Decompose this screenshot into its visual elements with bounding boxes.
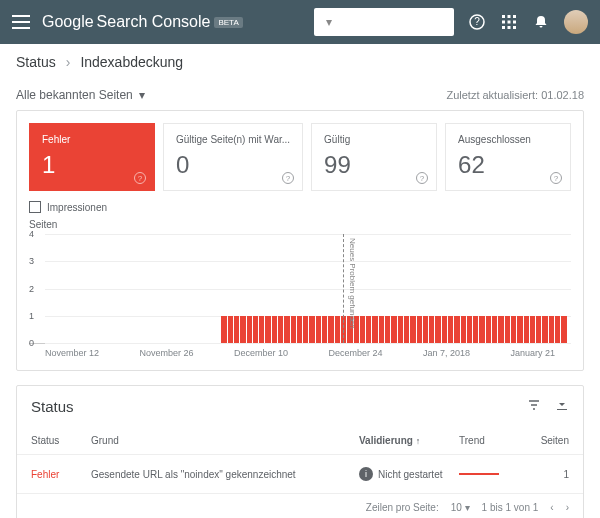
chart-bar <box>555 316 560 343</box>
metrics-row: Fehler1?Gültige Seite(n) mit War...0?Gül… <box>29 123 571 191</box>
chart-bar <box>259 316 264 343</box>
metric-value: 0 <box>176 151 290 179</box>
chart-bar <box>461 316 466 343</box>
breadcrumb: Status › Indexabdeckung <box>0 44 600 80</box>
chart-bar <box>561 316 566 343</box>
chart-bar <box>291 316 296 343</box>
download-icon[interactable] <box>555 398 569 415</box>
row-trend <box>459 473 529 475</box>
col-pages[interactable]: Seiten <box>529 435 569 446</box>
chart-bar <box>498 316 503 343</box>
svg-rect-3 <box>508 15 511 18</box>
status-title: Status <box>31 398 74 415</box>
apps-icon[interactable] <box>500 13 518 31</box>
metric-label: Fehler <box>42 134 142 145</box>
logo-product: Search Console <box>97 13 211 31</box>
chart-bar <box>410 316 415 343</box>
chart-bar <box>454 316 459 343</box>
col-trend[interactable]: Trend <box>459 435 529 446</box>
x-tick: January 21 <box>510 348 555 358</box>
chart-bar <box>253 316 258 343</box>
col-reason[interactable]: Grund <box>91 435 359 446</box>
chart-bar <box>398 316 403 343</box>
chart-bar <box>479 316 484 343</box>
help-icon[interactable]: ? <box>468 13 486 31</box>
chart-bar <box>228 316 233 343</box>
logo: Google Search Console BETA <box>42 13 243 31</box>
help-icon[interactable]: ? <box>282 172 294 184</box>
chart-bar <box>467 316 472 343</box>
rows-per-page-select[interactable]: 10 ▾ <box>451 502 470 513</box>
chart-bar <box>240 316 245 343</box>
chevron-down-icon: ▾ <box>139 88 145 102</box>
chart-bar <box>486 316 491 343</box>
dropdown-icon[interactable]: ▾ <box>326 15 332 29</box>
row-pages: 1 <box>529 469 569 480</box>
chart-card: Fehler1?Gültige Seite(n) mit War...0?Gül… <box>16 110 584 371</box>
chart-bar <box>234 316 239 343</box>
chart-bar <box>309 316 314 343</box>
breadcrumb-parent[interactable]: Status <box>16 54 56 70</box>
col-validation[interactable]: Validierung ↑ <box>359 435 459 446</box>
metric-label: Gültige Seite(n) mit War... <box>176 134 290 145</box>
chart-bar <box>435 316 440 343</box>
status-card: Status Status Grund Validierung ↑ Trend … <box>16 385 584 518</box>
breadcrumb-current: Indexabdeckung <box>80 54 183 70</box>
chart-bar <box>423 316 428 343</box>
chart-bar <box>530 316 535 343</box>
hamburger-icon[interactable] <box>12 15 30 29</box>
chart-bar <box>549 316 554 343</box>
row-validation: iNicht gestartet <box>359 467 459 481</box>
chart-bar <box>366 316 371 343</box>
chart-bar <box>328 316 333 343</box>
row-status: Fehler <box>31 469 91 480</box>
metric-tab[interactable]: Ausgeschlossen62? <box>445 123 571 191</box>
avatar[interactable] <box>564 10 588 34</box>
pager-prev[interactable]: ‹ <box>550 502 553 513</box>
col-status[interactable]: Status <box>31 435 91 446</box>
rows-per-page-label: Zeilen pro Seite: <box>366 502 439 513</box>
chart-bar <box>372 316 377 343</box>
notifications-icon[interactable] <box>532 13 550 31</box>
chart-bar <box>448 316 453 343</box>
impressions-toggle[interactable]: Impressionen <box>29 201 571 213</box>
chart-bar <box>247 316 252 343</box>
x-tick: November 26 <box>139 348 193 358</box>
svg-text:?: ? <box>474 16 480 27</box>
table-row[interactable]: Fehler Gesendete URL als "noindex" geken… <box>17 455 583 494</box>
svg-rect-8 <box>502 26 505 29</box>
chart-bar <box>524 316 529 343</box>
app-header: Google Search Console BETA ▾ ? <box>0 0 600 44</box>
chart-area: 01234Neues Problem gefunden <box>29 234 571 344</box>
beta-badge: BETA <box>214 17 242 28</box>
pager-next[interactable]: › <box>566 502 569 513</box>
chart-bar <box>272 316 277 343</box>
chart-bar <box>492 316 497 343</box>
checkbox-icon[interactable] <box>29 201 41 213</box>
chart-bar <box>221 316 226 343</box>
metric-tab[interactable]: Gültig99? <box>311 123 437 191</box>
last-updated: Zuletzt aktualisiert: 01.02.18 <box>446 89 584 101</box>
metric-tab[interactable]: Gültige Seite(n) mit War...0? <box>163 123 303 191</box>
filter-dropdown[interactable]: Alle bekannten Seiten ▾ <box>16 88 145 102</box>
impressions-label: Impressionen <box>47 202 107 213</box>
metric-value: 99 <box>324 151 424 179</box>
help-icon[interactable]: ? <box>550 172 562 184</box>
trend-line <box>459 473 499 475</box>
svg-rect-9 <box>508 26 511 29</box>
help-icon[interactable]: ? <box>134 172 146 184</box>
chart-bar <box>473 316 478 343</box>
x-tick: Jan 7, 2018 <box>423 348 470 358</box>
chart-bar <box>442 316 447 343</box>
chart-bar <box>404 316 409 343</box>
filter-icon[interactable] <box>527 398 541 415</box>
help-icon[interactable]: ? <box>416 172 428 184</box>
row-reason: Gesendete URL als "noindex" gekennzeichn… <box>91 469 359 480</box>
svg-rect-10 <box>513 26 516 29</box>
chart-bar <box>322 316 327 343</box>
metric-tab[interactable]: Fehler1? <box>29 123 155 191</box>
chart-bar <box>391 316 396 343</box>
x-tick: November 12 <box>45 348 99 358</box>
search-input[interactable]: ▾ <box>314 8 454 36</box>
chart-bar <box>316 316 321 343</box>
